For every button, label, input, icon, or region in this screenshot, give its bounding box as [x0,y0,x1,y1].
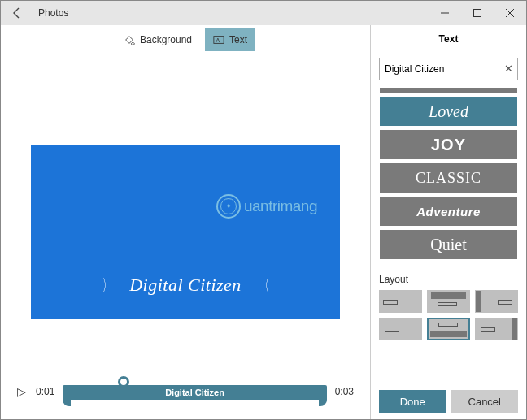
background-tab[interactable]: Background [115,28,200,51]
layout-option-3[interactable] [475,290,518,313]
close-button[interactable] [494,1,526,25]
svg-rect-1 [474,10,481,17]
minimize-button[interactable] [429,1,461,25]
window-controls [429,1,526,25]
chevron-right-icon: 〈 [259,275,268,297]
text-label: Text [229,34,247,45]
chevron-left-icon: 〉 [102,275,111,297]
caption-input[interactable] [379,58,518,80]
trim-handle-left[interactable] [63,385,71,406]
layout-option-4[interactable] [379,318,422,340]
text-styles-list[interactable]: Loved JOY CLASSIC Adventure Quiet [379,87,518,266]
watermark: ✦ uantrimang [216,194,317,219]
text-icon: A [213,34,224,45]
app-title: Photos [38,7,68,19]
text-style-classic[interactable]: CLASSIC [380,163,517,193]
text-tab[interactable]: A Text [205,28,255,51]
preview-text: Digital Citizen [129,275,242,296]
svg-text:A: A [216,37,220,43]
timeline-area: ▷ 0:01 Digital Citizen 0:03 [1,362,370,420]
panel-title: Text [371,25,526,53]
clear-input-icon[interactable]: ✕ [504,63,513,75]
layout-option-2[interactable] [427,290,470,313]
layout-option-6[interactable] [475,318,518,340]
text-style-adventure[interactable]: Adventure [380,197,517,226]
left-pane: Background A Text ✦ uantrimang 〉 Digital… [1,25,370,420]
layout-section: Layout [379,274,518,340]
timeline[interactable]: Digital Citizen [64,379,324,404]
layout-option-1[interactable] [379,290,422,313]
text-style-loved[interactable]: Loved [380,97,517,126]
preview-area: ✦ uantrimang 〉 Digital Citizen 〈 [1,102,370,362]
background-label: Background [140,34,192,45]
timeline-clip[interactable]: Digital Citizen [64,385,324,400]
text-style-option[interactable] [380,88,517,93]
paint-bucket-icon [124,34,135,45]
maximize-button[interactable] [461,1,494,25]
time-end: 0:03 [335,386,354,397]
toolbar: Background A Text [1,27,370,53]
back-button[interactable] [1,1,33,25]
text-style-quiet[interactable]: Quiet [380,230,517,259]
done-button[interactable]: Done [379,390,446,413]
titlebar: Photos [1,1,526,25]
layout-label: Layout [379,274,518,285]
text-style-joy[interactable]: JOY [380,130,517,159]
play-button[interactable]: ▷ [17,385,26,398]
time-start: 0:01 [36,386,54,397]
preview-card[interactable]: ✦ uantrimang 〉 Digital Citizen 〈 [31,145,340,319]
panel-buttons: Done Cancel [371,382,526,420]
trim-handle-right[interactable] [319,385,327,406]
text-panel: Text ✕ Loved JOY CLASSIC Adventure Quiet… [370,25,526,420]
cancel-button[interactable]: Cancel [451,390,519,413]
layout-option-5[interactable] [427,318,470,340]
